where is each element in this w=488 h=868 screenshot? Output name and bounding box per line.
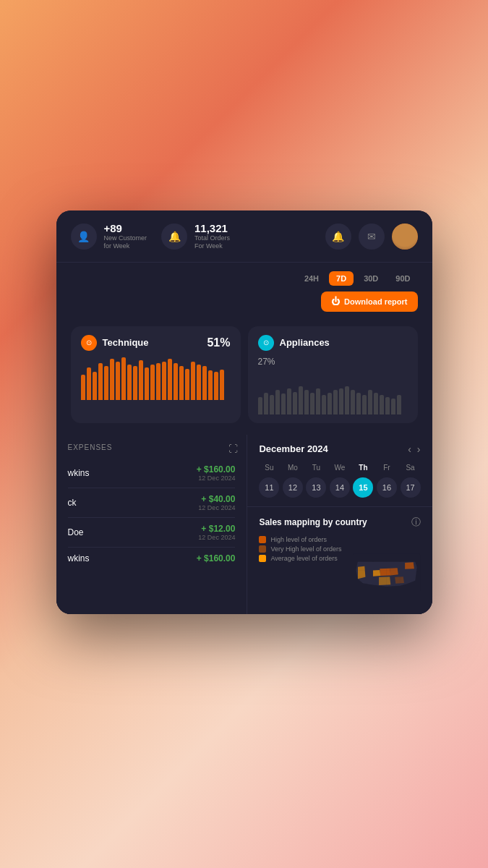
bar [275,390,280,414]
bar [174,363,178,400]
bar [368,390,372,414]
appliances-label: ⊙ Appliances [258,335,330,351]
legend-label-high: High level of orders [270,536,327,543]
notification-button[interactable]: 🔔 [325,224,351,250]
bar [87,367,91,400]
header-actions: 🔔 ✉ [325,224,418,250]
expense-date: 12 Dec 2024 [198,534,235,541]
technique-icon: ⊙ [81,335,97,351]
bar [328,393,332,414]
customer-label: New Customerfor Week [104,234,147,250]
calendar-header: December 2024 ‹ › [259,443,420,455]
day-name-tu: Tu [306,464,326,472]
appliances-percentage: 27% [258,357,408,367]
appliances-chart: ⊙ Appliances 27% [248,326,418,423]
bar [316,388,320,414]
filter-30d[interactable]: 30D [356,271,385,286]
header: 👤 +89 New Customerfor Week 🔔 11,321 Tota… [56,210,432,263]
map-title: Sales mapping by country [259,517,367,527]
orders-stat: 🔔 11,321 Total OrdersFor Week [161,222,230,250]
technique-chart-header: ⊙ Technique 51% [81,335,231,351]
bar [287,388,291,414]
controls-area: 24H 7D 30D 90D ⏻ Download report [56,263,432,318]
filter-24h[interactable]: 24H [297,271,326,286]
customer-count: +89 [104,222,147,234]
bar [391,399,395,414]
bar [156,363,160,400]
legend-dot-very-high [259,545,266,553]
filter-7d[interactable]: 7D [329,271,354,286]
customer-stat: 👤 +89 New Customerfor Week [71,222,147,250]
filter-90d[interactable]: 90D [388,271,417,286]
day-12[interactable]: 12 [283,477,303,498]
day-15-today[interactable]: 15 [353,477,373,498]
customer-icon: 👤 [71,224,97,250]
calendar-next[interactable]: › [417,443,421,455]
legend-very-high: Very High level of orders [259,545,341,553]
day-name-th: Th [353,464,373,472]
legend-high: High level of orders [259,536,341,543]
bar [351,390,355,414]
bar [214,372,218,400]
appliances-name: Appliances [280,337,330,348]
bar [385,397,390,414]
bar [139,360,143,400]
bar [339,388,343,414]
expand-icon[interactable]: ⛶ [228,443,238,454]
orders-stat-text: 11,321 Total OrdersFor Week [194,222,230,250]
bar [310,393,314,414]
bar [264,393,268,414]
day-name-su: Su [259,464,279,472]
bar [98,363,103,400]
expense-amount: + $12.00 [198,524,235,534]
day-16[interactable]: 16 [377,477,397,498]
bar [93,372,97,400]
map-panel: Sales mapping by country ⓘ High level of… [247,507,432,614]
appliances-icon: ⊙ [258,335,274,351]
orders-label: Total OrdersFor Week [194,234,230,250]
bar [362,395,367,414]
expense-date: 12 Dec 2024 [198,504,235,511]
bar [191,362,195,400]
usa-map-visual [353,540,420,605]
day-17[interactable]: 17 [401,477,421,498]
map-legend: High level of orders Very High level of … [259,536,341,600]
expense-amount: + $160.00 [197,553,236,563]
bar [145,367,149,400]
bar [202,366,207,400]
expense-date: 12 Dec 2024 [197,475,236,482]
bar [127,365,132,400]
info-icon[interactable]: ⓘ [411,516,421,529]
bar [258,397,262,414]
orders-count: 11,321 [194,222,230,234]
expense-item: Doe + $12.00 12 Dec 2024 [68,518,236,548]
bar [293,392,297,414]
bar [374,393,378,414]
day-14[interactable]: 14 [330,477,350,498]
bar [168,359,172,400]
expense-name: wkins [68,468,90,478]
technique-chart: ⊙ Technique 51% [71,326,241,423]
right-panels: December 2024 ‹ › Su Mo Tu We Th Fr Sa [247,435,432,614]
expenses-label: Expenses [68,443,236,451]
expense-name: ck [68,498,77,508]
time-filter-group: 24H 7D 30D 90D [297,271,418,286]
avatar[interactable] [392,224,418,250]
expense-right: + $160.00 [197,553,236,563]
download-report-button[interactable]: ⏻ Download report [321,292,417,312]
expense-right: + $160.00 12 Dec 2024 [197,464,236,482]
map-content: High level of orders Very High level of … [259,536,420,605]
mail-button[interactable]: ✉ [359,224,385,250]
bar [208,370,213,400]
day-11[interactable]: 11 [259,477,279,498]
legend-dot-high [259,536,266,543]
calendar-prev[interactable]: ‹ [408,443,411,455]
usa-map-svg [353,540,420,605]
day-13[interactable]: 13 [306,477,326,498]
calendar-day-cells: 11 12 13 14 15 16 17 [259,477,420,498]
bar [121,357,126,400]
calendar-nav: ‹ › [408,443,420,455]
technique-label: ⊙ Technique [81,335,149,351]
bar [185,369,189,400]
charts-section: ⊙ Technique 51% [56,318,432,435]
